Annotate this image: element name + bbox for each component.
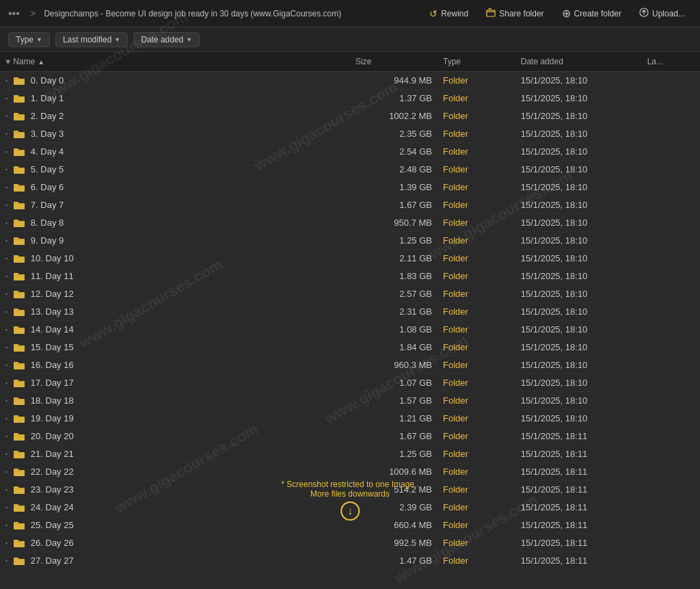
dot-bullet: • (5, 184, 8, 190)
cell-name: • 3. Day 3 (0, 125, 350, 143)
more-dots[interactable]: ••• (8, 8, 20, 20)
cell-size: 2.48 GB (350, 161, 438, 179)
cell-name: • 15. Day 15 (0, 339, 350, 356)
table-row[interactable]: • 8. Day 8 950.7 MB Folder 15/1/2025, 18… (0, 214, 700, 232)
folder-icon (13, 449, 25, 459)
table-row[interactable]: • 25. Day 25 660.4 MB Folder 15/1/2025, … (0, 516, 700, 534)
cell-type: Folder (438, 161, 515, 179)
upload-icon (639, 8, 649, 19)
cell-size: 2.11 GB (350, 250, 438, 267)
folder-icon (13, 325, 25, 335)
cell-size: 1.08 GB (350, 321, 438, 339)
table-row[interactable]: • 5. Day 5 2.48 GB Folder 15/1/2025, 18:… (0, 161, 700, 179)
table-row[interactable]: • 24. Day 24 2.39 GB Folder 15/1/2025, 1… (0, 499, 700, 516)
cell-date-added: 15/1/2025, 18:10 (515, 339, 642, 356)
cell-type: Folder (438, 410, 515, 428)
table-row[interactable]: • 18. Day 18 1.57 GB Folder 15/1/2025, 1… (0, 392, 700, 410)
table-row[interactable]: • 15. Day 15 1.84 GB Folder 15/1/2025, 1… (0, 339, 700, 356)
create-folder-button[interactable]: ⊕ Create folder (555, 4, 628, 23)
cell-date-added: 15/1/2025, 18:10 (515, 125, 642, 143)
cell-last-modified (642, 214, 700, 232)
col-header-name[interactable]: ♥ Name ▲ (0, 52, 350, 72)
dot-bullet: • (5, 415, 8, 421)
cell-last-modified (642, 196, 700, 214)
table-row[interactable]: • 12. Day 12 2.57 GB Folder 15/1/2025, 1… (0, 285, 700, 303)
cell-size: 960.3 MB (350, 356, 438, 374)
cell-last-modified (642, 285, 700, 303)
cell-date-added: 15/1/2025, 18:10 (515, 267, 642, 285)
folder-icon (13, 218, 25, 228)
file-name: 22. Day 22 (31, 467, 74, 477)
cell-type: Folder (438, 72, 515, 90)
col-header-type[interactable]: Type (438, 52, 515, 72)
folder-icon (13, 414, 25, 423)
share-folder-button[interactable]: Share folder (479, 5, 550, 22)
cell-name: • 8. Day 8 (0, 214, 350, 232)
table-row[interactable]: • 27. Day 27 1.47 GB Folder 15/1/2025, 1… (0, 552, 700, 570)
table-row[interactable]: • 9. Day 9 1.25 GB Folder 15/1/2025, 18:… (0, 232, 700, 250)
cell-date-added: 15/1/2025, 18:10 (515, 285, 642, 303)
cell-name: • 5. Day 5 (0, 161, 350, 179)
table-row[interactable]: • 19. Day 19 1.21 GB Folder 15/1/2025, 1… (0, 410, 700, 428)
dot-bullet: • (5, 237, 8, 244)
table-row[interactable]: • 21. Day 21 1.25 GB Folder 15/1/2025, 1… (0, 445, 700, 463)
table-row[interactable]: • 26. Day 26 992.5 MB Folder 15/1/2025, … (0, 534, 700, 552)
table-row[interactable]: • 22. Day 22 1009.6 MB Folder 15/1/2025,… (0, 463, 700, 481)
last-modified-filter-label: Last modified (63, 35, 111, 44)
col-header-last[interactable]: La... (642, 52, 700, 72)
date-added-filter-button[interactable]: Date added ▼ (133, 32, 200, 47)
cell-last-modified (642, 143, 700, 161)
cell-last-modified (642, 481, 700, 499)
table-row[interactable]: • 7. Day 7 1.67 GB Folder 15/1/2025, 18:… (0, 196, 700, 214)
cell-name: • 24. Day 24 (0, 499, 350, 516)
cell-last-modified (642, 516, 700, 534)
table-row[interactable]: • 17. Day 17 1.07 GB Folder 15/1/2025, 1… (0, 374, 700, 392)
table-row[interactable]: • 2. Day 2 1002.2 MB Folder 15/1/2025, 1… (0, 107, 700, 125)
dot-bullet: • (5, 77, 8, 83)
breadcrumb-path: Designchamps - Become UI design job read… (44, 9, 417, 18)
cell-type: Folder (438, 392, 515, 410)
cell-last-modified (642, 321, 700, 339)
folder-icon (13, 343, 25, 352)
create-label: Create folder (574, 9, 621, 18)
cell-type: Folder (438, 125, 515, 143)
table-row[interactable]: • 4. Day 4 2.54 GB Folder 15/1/2025, 18:… (0, 143, 700, 161)
share-label: Share folder (499, 9, 543, 18)
cell-date-added: 15/1/2025, 18:10 (515, 410, 642, 428)
dot-bullet: • (5, 255, 8, 261)
table-row[interactable]: • 23. Day 23 514.2 MB Folder 15/1/2025, … (0, 481, 700, 499)
filter-bar: Type ▼ Last modified ▼ Date added ▼ (0, 27, 700, 52)
col-header-size[interactable]: Size (350, 52, 438, 72)
cell-last-modified (642, 267, 700, 285)
table-row[interactable]: • 6. Day 6 1.39 GB Folder 15/1/2025, 18:… (0, 179, 700, 196)
cell-last-modified (642, 392, 700, 410)
cell-name: • 6. Day 6 (0, 179, 350, 196)
type-filter-button[interactable]: Type ▼ (8, 32, 50, 47)
last-modified-filter-button[interactable]: Last modified ▼ (55, 32, 128, 47)
cell-type: Folder (438, 428, 515, 445)
table-row[interactable]: • 0. Day 0 944.9 MB Folder 15/1/2025, 18… (0, 72, 700, 90)
table-row[interactable]: • 11. Day 11 1.83 GB Folder 15/1/2025, 1… (0, 267, 700, 285)
cell-name: • 10. Day 10 (0, 250, 350, 267)
cell-last-modified (642, 161, 700, 179)
col-header-date-added[interactable]: Date added (515, 52, 642, 72)
file-name: 9. Day 9 (31, 235, 64, 246)
table-row[interactable]: • 16. Day 16 960.3 MB Folder 15/1/2025, … (0, 356, 700, 374)
folder-icon (13, 396, 25, 406)
cell-date-added: 15/1/2025, 18:10 (515, 232, 642, 250)
cell-last-modified (642, 445, 700, 463)
cell-type: Folder (438, 285, 515, 303)
upload-button[interactable]: Upload... (632, 5, 692, 22)
table-row[interactable]: • 1. Day 1 1.37 GB Folder 15/1/2025, 18:… (0, 90, 700, 107)
file-table: ♥ Name ▲ Size Type Date added La... • (0, 52, 700, 570)
table-row[interactable]: • 3. Day 3 2.35 GB Folder 15/1/2025, 18:… (0, 125, 700, 143)
table-row[interactable]: • 20. Day 20 1.67 GB Folder 15/1/2025, 1… (0, 428, 700, 445)
date-added-filter-label: Date added (141, 35, 183, 44)
cell-size: 992.5 MB (350, 534, 438, 552)
table-row[interactable]: • 13. Day 13 2.31 GB Folder 15/1/2025, 1… (0, 303, 700, 321)
dot-bullet: • (5, 291, 8, 297)
cell-date-added: 15/1/2025, 18:11 (515, 534, 642, 552)
table-row[interactable]: • 10. Day 10 2.11 GB Folder 15/1/2025, 1… (0, 250, 700, 267)
table-row[interactable]: • 14. Day 14 1.08 GB Folder 15/1/2025, 1… (0, 321, 700, 339)
rewind-button[interactable]: ↺ Rewind (422, 5, 475, 22)
